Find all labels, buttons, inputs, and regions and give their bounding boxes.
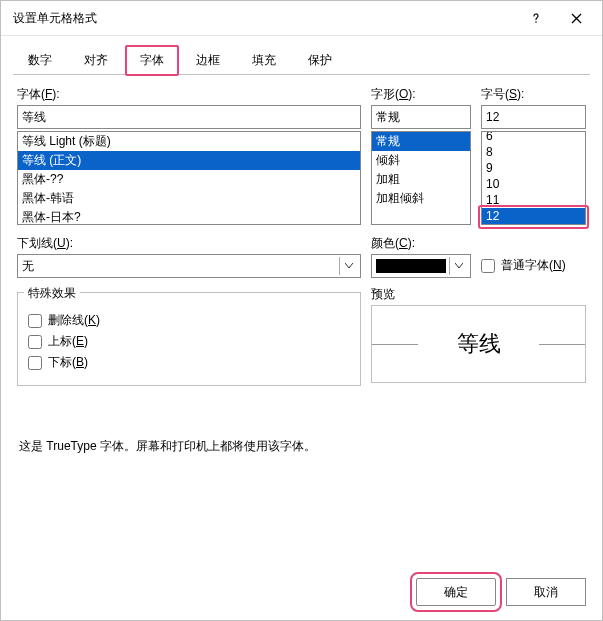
style-list-item[interactable]: 倾斜 — [372, 151, 470, 170]
underline-select[interactable]: 无 — [17, 254, 361, 278]
dialog-footer: 确定 取消 — [416, 578, 586, 606]
color-swatch — [376, 259, 446, 273]
font-list-item[interactable]: 黑体-?? — [18, 170, 360, 189]
normal-font-checkbox[interactable]: 普通字体(N) — [481, 257, 566, 274]
font-list-item[interactable]: 黑体-韩语 — [18, 189, 360, 208]
effects-group: 特殊效果 删除线(K) 上标(E) 下标(B) — [17, 292, 361, 386]
subscript-checkbox[interactable]: 下标(B) — [28, 354, 350, 371]
close-button[interactable] — [556, 4, 596, 32]
ok-button[interactable]: 确定 — [416, 578, 496, 606]
format-cells-dialog: 设置单元格格式 数字对齐字体边框填充保护 字体(F): 字形(O): 字号(S)… — [0, 0, 603, 621]
underline-label: 下划线(U): — [17, 235, 361, 252]
tab-填充[interactable]: 填充 — [237, 45, 291, 76]
help-icon — [530, 12, 542, 24]
chevron-down-icon — [339, 257, 358, 275]
effects-label: 特殊效果 — [24, 285, 80, 302]
titlebar: 设置单元格格式 — [1, 1, 602, 36]
size-list-item[interactable]: 9 — [482, 160, 585, 176]
tab-bar: 数字对齐字体边框填充保护 — [1, 36, 602, 75]
window-title: 设置单元格格式 — [13, 10, 516, 27]
color-select[interactable] — [371, 254, 471, 278]
underline-value: 无 — [22, 258, 34, 275]
tab-数字[interactable]: 数字 — [13, 45, 67, 76]
font-listbox[interactable]: 等线 Light (标题)等线 (正文)黑体-??黑体-韩语黑体-日本?黑体-日… — [17, 131, 361, 225]
tab-保护[interactable]: 保护 — [293, 45, 347, 76]
style-list-item[interactable]: 常规 — [372, 132, 470, 151]
svg-point-0 — [535, 21, 537, 23]
preview-box: 等线 — [371, 305, 586, 383]
subscript-label: 下标(B) — [48, 354, 88, 371]
size-label: 字号(S): — [481, 86, 586, 103]
font-label: 字体(F): — [17, 86, 361, 103]
help-button[interactable] — [516, 4, 556, 32]
style-list-item[interactable]: 加粗 — [372, 170, 470, 189]
tab-边框[interactable]: 边框 — [181, 45, 235, 76]
style-listbox[interactable]: 常规倾斜加粗加粗倾斜 — [371, 131, 471, 225]
font-input[interactable] — [17, 105, 361, 129]
preview-text: 等线 — [457, 329, 501, 359]
size-listbox[interactable]: 689101112 — [481, 131, 586, 225]
size-list-item[interactable]: 12 — [482, 208, 585, 224]
superscript-label: 上标(E) — [48, 333, 88, 350]
tab-字体[interactable]: 字体 — [125, 45, 179, 76]
superscript-checkbox[interactable]: 上标(E) — [28, 333, 350, 350]
size-input[interactable] — [481, 105, 586, 129]
close-icon — [571, 13, 582, 24]
color-label: 颜色(C): — [371, 235, 471, 252]
size-list-item[interactable]: 10 — [482, 176, 585, 192]
style-label: 字形(O): — [371, 86, 471, 103]
strikethrough-label: 删除线(K) — [48, 312, 100, 329]
font-list-item[interactable]: 等线 Light (标题) — [18, 132, 360, 151]
size-list-item[interactable]: 8 — [482, 144, 585, 160]
strikethrough-checkbox[interactable]: 删除线(K) — [28, 312, 350, 329]
style-input[interactable] — [371, 105, 471, 129]
size-list-item[interactable]: 6 — [482, 131, 585, 144]
font-tab-content: 字体(F): 字形(O): 字号(S): 等线 Light (标题)等线 (正文… — [1, 76, 602, 455]
font-list-item[interactable]: 等线 (正文) — [18, 151, 360, 170]
normal-font-label: 普通字体(N) — [501, 257, 566, 274]
size-list-item[interactable]: 11 — [482, 192, 585, 208]
font-list-item[interactable]: 黑体-日本? — [18, 208, 360, 225]
cancel-button[interactable]: 取消 — [506, 578, 586, 606]
style-list-item[interactable]: 加粗倾斜 — [372, 189, 470, 208]
tab-对齐[interactable]: 对齐 — [69, 45, 123, 76]
font-type-note: 这是 TrueType 字体。屏幕和打印机上都将使用该字体。 — [17, 438, 586, 455]
preview-label: 预览 — [371, 286, 586, 303]
chevron-down-icon — [449, 257, 468, 275]
